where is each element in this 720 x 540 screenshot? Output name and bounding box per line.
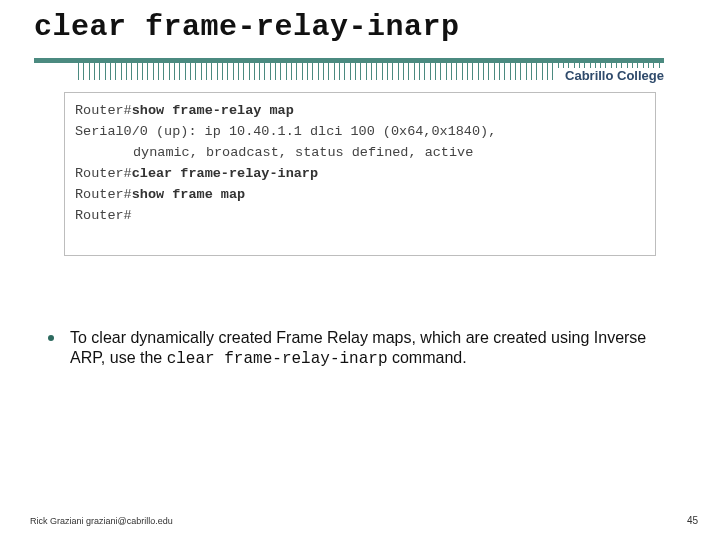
terminal-output: Router#show frame-relay map Serial0/0 (u… [64,92,656,256]
prompt: Router# [75,187,132,202]
bullet-item: To clear dynamically created Frame Relay… [48,328,672,371]
terminal-line: Serial0/0 (up): ip 10.40.1.1 dlci 100 (0… [75,122,645,143]
page-number: 45 [687,515,698,526]
bullet-icon [48,335,54,341]
brand-label: Cabrillo College [557,68,664,83]
prompt: Router# [75,103,132,118]
prompt: Router# [75,166,132,181]
body-content: To clear dynamically created Frame Relay… [48,328,672,371]
terminal-line: Router#show frame map [75,185,645,206]
terminal-cmd: show frame-relay map [132,103,294,118]
terminal-line: dynamic, broadcast, status defined, acti… [75,143,645,164]
header-rule: Cabrillo College [0,50,720,84]
slide-title: clear frame-relay-inarp [0,0,720,44]
slide: clear frame-relay-inarp Cabrillo College… [0,0,720,540]
terminal-line: Router#clear frame-relay-inarp [75,164,645,185]
terminal-line: Router#show frame-relay map [75,101,645,122]
footer-author: Rick Graziani graziani@cabrillo.edu [30,516,173,526]
bullet-text: To clear dynamically created Frame Relay… [70,328,672,371]
bullet-cmd: clear frame-relay-inarp [167,350,388,368]
terminal-cmd: show frame map [132,187,245,202]
terminal-line: Router# [75,206,645,227]
terminal-cmd: clear frame-relay-inarp [132,166,318,181]
bullet-post: command. [388,349,467,366]
